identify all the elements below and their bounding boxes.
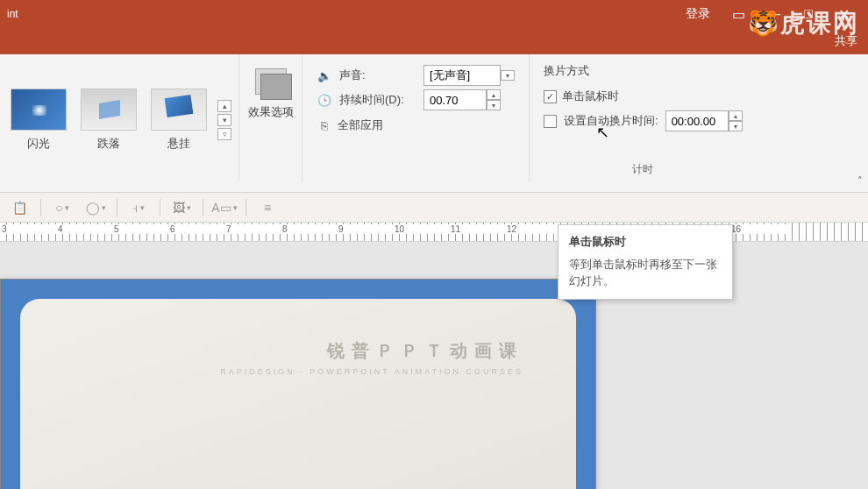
sound-select[interactable] — [423, 65, 501, 86]
effect-options-button[interactable]: 效果选项 — [239, 54, 302, 182]
ruler-number: 10 — [393, 224, 449, 234]
apply-all-button[interactable]: ⎘ 全部应用 — [317, 117, 515, 133]
quick-access-toolbar: 📋 ○▾ ◯▾ ⫞▾ 🖼▾ A▭▾ ≡ — [0, 193, 868, 223]
apply-all-icon: ⎘ — [317, 119, 332, 132]
slide-content: 锐普ＰＰＴ动画课 RAPIDESIGN · POWERPOINT ANIMATI… — [20, 299, 576, 489]
slide-title: 锐普ＰＰＴ动画课 — [327, 339, 523, 363]
on-click-label: 单击鼠标时 — [562, 89, 619, 104]
advance-group: 换片方式 单击鼠标时 设置自动换片时间: ▴ ▾ 计时 — [530, 54, 757, 182]
ruler-number: 16 — [729, 224, 786, 234]
ruler-number: 9 — [337, 224, 393, 234]
duration-label: 持续时间(D): — [339, 92, 416, 108]
tooltip: 单击鼠标时 等到单击鼠标时再移至下一张幻灯片。 — [558, 224, 733, 300]
auto-up-icon[interactable]: ▴ — [729, 110, 743, 121]
effect-options-label: 效果选项 — [245, 105, 296, 120]
timing-caption: 计时 — [632, 162, 653, 177]
transition-flash[interactable]: 闪光 — [4, 85, 74, 155]
qat-paste-icon[interactable]: 📋 — [7, 197, 32, 218]
ruler-number: 3 — [0, 224, 56, 234]
slide-canvas[interactable]: 锐普ＰＰＴ动画课 RAPIDESIGN · POWERPOINT ANIMATI… — [0, 242, 868, 489]
qat-align-icon[interactable]: ⫞▾ — [126, 197, 151, 218]
on-click-checkbox[interactable] — [544, 90, 557, 103]
ruler-number: 4 — [56, 224, 112, 234]
transition-flash-thumb — [11, 89, 67, 131]
login-button[interactable]: 登录 — [675, 6, 721, 22]
auto-after-input[interactable] — [665, 110, 729, 131]
ruler-number: 5 — [112, 224, 168, 234]
gallery-more[interactable]: ▴ ▾ ▿ — [214, 100, 235, 140]
tooltip-title: 单击鼠标时 — [569, 234, 722, 250]
qat-shape-icon[interactable]: ○▾ — [50, 197, 75, 218]
maximize-icon[interactable]: □ — [791, 0, 826, 28]
transition-hang-label: 悬挂 — [147, 136, 210, 152]
duration-input[interactable] — [423, 89, 487, 110]
transition-flash-label: 闪光 — [7, 136, 70, 152]
ruler-number: 7 — [224, 224, 281, 234]
titlebar: int 登录 ▭ — □ ✕ — [0, 0, 868, 28]
minimize-icon[interactable]: — — [756, 0, 791, 28]
auto-after-label: 设置自动换片时间: — [564, 113, 658, 129]
ruler-number: 8 — [281, 224, 337, 234]
tooltip-body: 等到单击鼠标时再移至下一张幻灯片。 — [569, 257, 722, 290]
ruler-number: 12 — [505, 224, 561, 234]
duration-up-icon[interactable]: ▴ — [487, 89, 501, 100]
transition-hang-thumb — [151, 89, 207, 131]
slide-subtitle: RAPIDESIGN · POWERPOINT ANIMATION COURSE… — [220, 367, 523, 376]
effect-options-icon — [250, 63, 292, 100]
transition-fall[interactable]: 跌落 — [74, 85, 144, 155]
timing-group: 🔈 声音: ▾ 🕒 持续时间(D): ▴ ▾ ⎘ 全部应用 — [302, 54, 530, 182]
transition-fall-label: 跌落 — [77, 136, 140, 152]
advance-title: 换片方式 — [544, 63, 743, 84]
auto-after-checkbox[interactable] — [544, 115, 557, 128]
qat-more-icon[interactable]: ≡ — [255, 197, 280, 218]
ribbon-collapse-icon[interactable]: ˄ — [857, 175, 863, 187]
share-button[interactable]: 共享 — [835, 33, 857, 49]
sound-dropdown-icon[interactable]: ▾ — [501, 70, 515, 81]
sound-icon: 🔈 — [317, 69, 332, 82]
ribbon: 闪光 跌落 悬挂 ▴ ▾ ▿ 效果选项 🔈 声音: ▾ 🕒 — [0, 54, 868, 193]
duration-icon: 🕒 — [317, 94, 332, 107]
app-name-fragment: int — [0, 0, 18, 28]
gallery-scroll-up-icon[interactable]: ▴ — [217, 100, 231, 112]
auto-down-icon[interactable]: ▾ — [729, 121, 743, 131]
sound-label: 声音: — [339, 67, 416, 83]
slide[interactable]: 锐普ＰＰＴ动画课 RAPIDESIGN · POWERPOINT ANIMATI… — [0, 279, 596, 489]
gallery-scroll-down-icon[interactable]: ▾ — [217, 114, 231, 126]
transition-gallery: 闪光 跌落 悬挂 ▴ ▾ ▿ — [0, 54, 239, 182]
transition-hang[interactable]: 悬挂 — [144, 85, 214, 155]
ribbon-display-icon[interactable]: ▭ — [721, 0, 756, 28]
duration-down-icon[interactable]: ▾ — [487, 100, 501, 110]
qat-picture-icon[interactable]: 🖼▾ — [169, 197, 194, 218]
ruler-number: 11 — [449, 224, 505, 234]
share-row: 共享 — [0, 28, 868, 54]
apply-all-label: 全部应用 — [338, 117, 383, 133]
transition-fall-thumb — [81, 89, 137, 131]
qat-circle-icon[interactable]: ◯▾ — [83, 197, 108, 218]
horizontal-ruler: 345678910111213141516 — [0, 223, 868, 242]
qat-textbox-icon[interactable]: A▭▾ — [212, 197, 237, 218]
gallery-expand-icon[interactable]: ▿ — [217, 128, 231, 140]
close-icon[interactable]: ✕ — [826, 0, 861, 28]
ruler-number: 6 — [168, 224, 224, 234]
